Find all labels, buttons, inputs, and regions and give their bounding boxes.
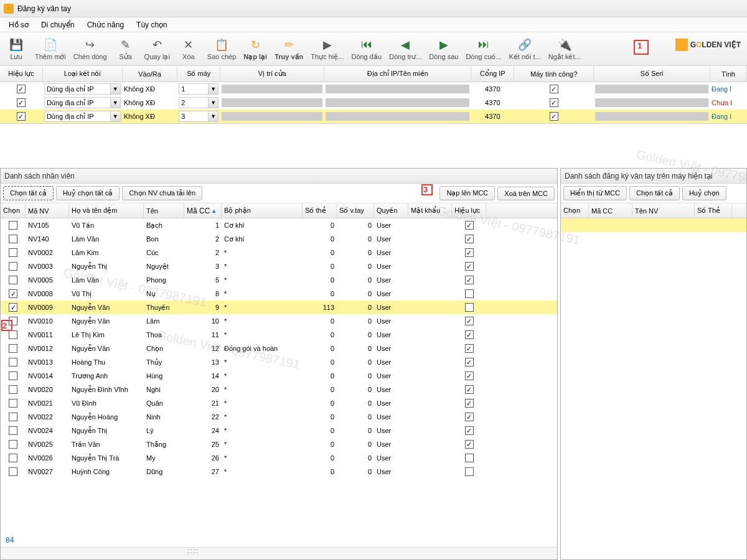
menu-di-chuyển[interactable]: Di chuyển xyxy=(35,19,81,31)
table-row[interactable]: NV0010Nguyễn VănLâm10*00User xyxy=(1,314,557,328)
table-row[interactable]: NV0012Nguyễn VănChọn12Đóng gói và hoàn00… xyxy=(1,342,557,355)
checkbox[interactable] xyxy=(9,426,17,435)
table-row[interactable]: NV0024Nguyễn ThịLý24*00User xyxy=(1,424,557,437)
col-hieu-luc[interactable]: Hiệu lực xyxy=(0,66,43,82)
checkbox[interactable] xyxy=(465,358,474,366)
toolbar-d-ng-sau[interactable]: ▶Dòng sau xyxy=(425,34,462,65)
checkbox[interactable] xyxy=(9,344,17,353)
checkbox[interactable] xyxy=(9,330,17,339)
checkbox[interactable] xyxy=(17,112,26,121)
table-row[interactable]: NV0005Lâm VănPhong5*00User xyxy=(1,273,557,287)
checkbox[interactable] xyxy=(9,467,17,476)
table-row[interactable]: NV0020Nguyễn Đình VĩnhNghi20*00User xyxy=(1,383,557,396)
checkbox[interactable] xyxy=(465,399,474,408)
checkbox[interactable] xyxy=(465,262,474,271)
table-row[interactable]: NV0014Trương AnhHùng14*00User xyxy=(1,369,557,383)
serial-field[interactable] xyxy=(595,98,708,107)
checkbox[interactable] xyxy=(465,371,474,380)
employee-grid-body[interactable]: NV105Vũ TấnBạch1Cơ khí00UserNV140Lâm Văn… xyxy=(1,218,557,533)
col-so-seri[interactable]: Số Seri xyxy=(594,66,710,82)
col-so-may[interactable]: Số máy xyxy=(177,66,220,82)
toolbar-ch-n-d-ng[interactable]: ↪Chèn dòng xyxy=(70,34,111,65)
checkbox[interactable] xyxy=(465,317,474,325)
show-from-mcc-button[interactable]: Hiển thị từ MCC xyxy=(563,186,627,200)
col-loai-ket-noi[interactable]: Loại kết nối xyxy=(43,66,123,82)
ip-address-field[interactable] xyxy=(326,98,469,107)
col-vi-tri[interactable]: Vị trí cửa xyxy=(220,66,324,82)
emp-col-chon[interactable]: Chọn xyxy=(1,203,26,218)
checkbox[interactable] xyxy=(9,276,17,284)
checkbox[interactable] xyxy=(9,413,17,421)
connection-type-combo[interactable]: Dùng địa chỉ IP▼ xyxy=(44,111,121,122)
checkbox[interactable] xyxy=(550,98,558,107)
table-row[interactable]: NV0009Nguyễn VănThuyền9*1130User xyxy=(1,301,557,314)
table-row[interactable]: NV140Lâm VănBon2Cơ khí00User xyxy=(1,232,557,246)
fingerprint-grid-body[interactable] xyxy=(561,218,746,559)
toolbar-d-ng-tr-[interactable]: ◀Dòng trư... xyxy=(385,34,425,65)
checkbox[interactable] xyxy=(17,98,26,107)
toolbar-sao-ch-p[interactable]: 📋Sao chép xyxy=(204,34,240,65)
toolbar-d-ng-cu-[interactable]: ⏭Dòng cuố... xyxy=(462,34,505,65)
checkbox[interactable] xyxy=(9,371,17,380)
toolbar-n-p-l-i[interactable]: ↻Nạp lại xyxy=(240,34,271,65)
ip-address-field[interactable] xyxy=(326,112,469,121)
table-row[interactable]: NV0003Nguyễn ThịNguyệt3*00User xyxy=(1,259,557,273)
col-tinh[interactable]: Tình xyxy=(710,66,747,82)
fp-col-ma-cc[interactable]: Mã CC xyxy=(589,203,632,218)
serial-field[interactable] xyxy=(595,112,708,121)
checkbox[interactable] xyxy=(550,85,558,93)
checkbox[interactable] xyxy=(9,248,17,257)
checkbox[interactable] xyxy=(465,248,474,257)
checkbox[interactable] xyxy=(465,385,474,394)
fp-select-all-button[interactable]: Chọn tất cả xyxy=(629,186,680,200)
machine-no-combo[interactable]: 2▼ xyxy=(179,97,218,108)
connection-type-combo[interactable]: Dùng địa chỉ IP▼ xyxy=(44,83,121,95)
table-row[interactable]: NV0026Nguyễn Thị TràMy26*00User xyxy=(1,451,557,465)
toolbar-s-a[interactable]: ✎Sửa xyxy=(111,34,141,65)
emp-col-ma-nv[interactable]: Mã NV xyxy=(26,203,69,218)
col-vao-ra[interactable]: Vào/Ra xyxy=(123,66,178,82)
toolbar-x-a[interactable]: ✕Xóa xyxy=(174,34,204,65)
emp-col-so-the[interactable]: Số thẻ xyxy=(303,203,337,218)
checkbox[interactable] xyxy=(17,85,26,93)
emp-col-ma-cc[interactable]: Mã CC▲ xyxy=(184,203,222,218)
upload-to-mcc-button[interactable]: Nạp lên MCC xyxy=(439,186,495,200)
checkbox[interactable] xyxy=(465,303,474,312)
device-row[interactable]: Dùng địa chỉ IP▼Không XĐ1▼4370Đang l xyxy=(0,82,747,96)
checkbox[interactable] xyxy=(465,440,474,449)
deselect-all-button[interactable]: Huỷ chọn tất cả xyxy=(56,186,120,200)
checkbox[interactable] xyxy=(465,276,474,284)
serial-field[interactable] xyxy=(595,85,708,93)
checkbox[interactable] xyxy=(465,330,474,339)
door-position-field[interactable] xyxy=(222,98,322,107)
table-row[interactable]: NV105Vũ TấnBạch1Cơ khí00User xyxy=(1,218,557,232)
emp-col-ten[interactable]: Tên xyxy=(144,203,184,218)
device-row[interactable]: Dùng địa chỉ IP▼Không XĐ2▼4370Chưa l xyxy=(0,96,747,110)
toolbar-th-c-hi-[interactable]: ▶Thực hiệ... xyxy=(307,34,347,65)
checkbox[interactable] xyxy=(9,235,17,243)
select-not-uploaded-button[interactable]: Chọn NV chưa tải lên xyxy=(122,186,202,200)
emp-col-hieu-luc[interactable]: Hiệu lực xyxy=(452,203,486,218)
toolbar-truy-v-n[interactable]: ✏Truy vấn xyxy=(271,34,307,65)
emp-col-mat-khau[interactable]: Mật khẩu xyxy=(408,203,452,218)
emp-col-bo-phan[interactable]: Bộ phận xyxy=(222,203,303,218)
table-row[interactable] xyxy=(561,218,746,232)
toolbar-ng-t-k-t-[interactable]: 🔌Ngắt kết... xyxy=(545,34,585,65)
checkbox[interactable] xyxy=(9,440,17,449)
device-row[interactable]: Dùng địa chỉ IP▼Không XĐ3▼4370Đang l xyxy=(0,110,747,123)
machine-no-combo[interactable]: 1▼ xyxy=(179,83,218,95)
checkbox[interactable] xyxy=(465,467,474,476)
fp-col-so-the[interactable]: Số Thẻ xyxy=(695,203,732,218)
connection-type-combo[interactable]: Dùng địa chỉ IP▼ xyxy=(44,97,121,108)
ip-address-field[interactable] xyxy=(326,85,469,93)
checkbox[interactable] xyxy=(9,303,17,312)
checkbox[interactable] xyxy=(9,358,17,366)
emp-col-quyen[interactable]: Quyền xyxy=(374,203,408,218)
fp-deselect-button[interactable]: Huỷ chọn xyxy=(682,186,726,200)
toolbar-th-m-m-i[interactable]: 📄Thêm mới xyxy=(31,34,70,65)
checkbox[interactable] xyxy=(9,454,17,462)
table-row[interactable]: NV0022Nguyễn HoàngNinh22*00User xyxy=(1,410,557,424)
fp-col-chon[interactable]: Chọn xyxy=(561,203,589,218)
menu-tùy-chọn[interactable]: Tùy chọn xyxy=(130,19,174,31)
col-cong-ip[interactable]: Cổng IP xyxy=(471,66,514,82)
